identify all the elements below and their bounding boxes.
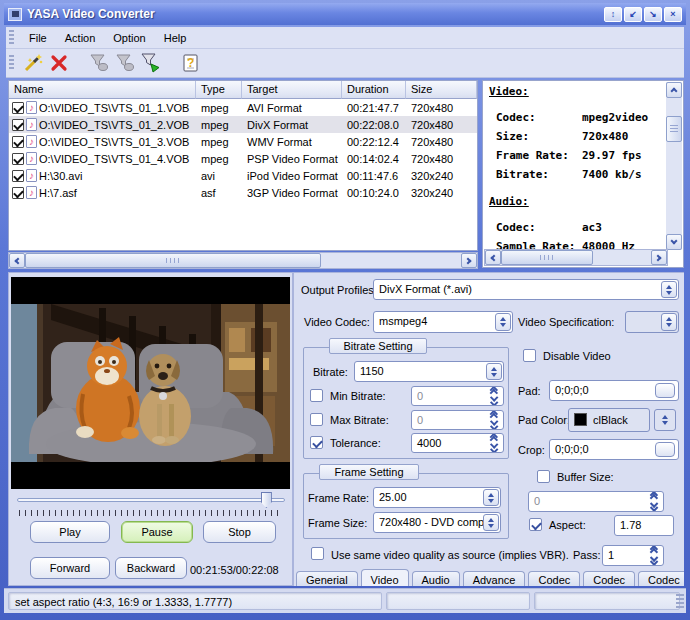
- frame-size-combobox[interactable]: 720x480 - DVD complia: [373, 512, 501, 533]
- convert-all-button[interactable]: [138, 51, 164, 75]
- spin-up-down-icon[interactable]: [487, 434, 501, 452]
- menubar-gripper[interactable]: [9, 30, 14, 46]
- tab-audio[interactable]: Audio: [412, 571, 460, 586]
- frame-rate-combobox[interactable]: 25.00: [373, 487, 501, 508]
- tab-codec-1[interactable]: Codec 1: [528, 571, 580, 586]
- spin-up-down-icon[interactable]: [487, 387, 501, 405]
- max-bitrate-spinfield[interactable]: 0: [411, 410, 504, 430]
- pad-color-combobox[interactable]: clBlack: [568, 408, 650, 432]
- table-row-selected[interactable]: ♪O:\VIDEO_TS\VTS_01_2.VOB mpeg DivX Form…: [9, 116, 477, 133]
- column-header-size[interactable]: Size: [406, 81, 477, 99]
- min-bitrate-checkbox[interactable]: [310, 389, 323, 402]
- row-checkbox-checked[interactable]: [12, 170, 24, 182]
- scroll-right-icon[interactable]: [651, 250, 667, 265]
- scrollbar-thumb[interactable]: [501, 250, 593, 265]
- app-icon[interactable]: [8, 8, 22, 21]
- play-button[interactable]: Play: [30, 521, 110, 543]
- spin-up-down-icon[interactable]: [647, 492, 661, 511]
- min-bitrate-spinfield[interactable]: 0: [411, 386, 504, 406]
- crop-edit-button[interactable]: [655, 442, 675, 457]
- pass-spinfield[interactable]: 1: [602, 545, 664, 566]
- backward-button[interactable]: Backward: [115, 557, 187, 579]
- column-header-target[interactable]: Target: [242, 81, 342, 99]
- dropdown-arrows-icon[interactable]: [483, 489, 499, 506]
- dropdown-arrows-icon[interactable]: [657, 411, 673, 429]
- help-button[interactable]: ?: [178, 51, 204, 75]
- remove-button[interactable]: [46, 51, 72, 75]
- pad-color-dropdown-button[interactable]: [654, 409, 676, 431]
- table-row[interactable]: ♪O:\VIDEO_TS\VTS_01_1.VOB mpeg AVI Forma…: [9, 99, 477, 116]
- table-row[interactable]: ♪O:\VIDEO_TS\VTS_01_3.VOB mpeg WMV Forma…: [9, 133, 477, 150]
- aspect-field[interactable]: 1.78: [614, 515, 674, 536]
- scroll-left-icon[interactable]: [485, 250, 501, 265]
- info-hscrollbar[interactable]: [484, 249, 668, 266]
- dropdown-arrows-icon[interactable]: [483, 514, 499, 531]
- scroll-right-icon[interactable]: [461, 253, 477, 268]
- menu-action[interactable]: Action: [56, 29, 105, 47]
- scroll-up-icon[interactable]: [666, 82, 682, 98]
- forward-button[interactable]: Forward: [30, 557, 110, 579]
- scroll-down-icon[interactable]: [666, 234, 682, 250]
- spin-up-down-icon[interactable]: [647, 546, 661, 565]
- video-spec-combobox[interactable]: [625, 311, 679, 333]
- dropdown-arrows-icon[interactable]: [495, 313, 511, 331]
- seek-slider-thumb[interactable]: [261, 492, 272, 508]
- dropdown-arrows-icon[interactable]: [661, 281, 677, 298]
- row-checkbox-checked[interactable]: [12, 153, 24, 165]
- scroll-left-icon[interactable]: [9, 253, 25, 268]
- convert-current-button[interactable]: [112, 51, 138, 75]
- close-button[interactable]: ×: [664, 7, 682, 22]
- pad-field[interactable]: 0;0;0;0: [549, 380, 679, 401]
- pause-button[interactable]: Pause: [121, 521, 193, 543]
- tab-codec-2[interactable]: Codec 2: [583, 571, 635, 586]
- menu-help[interactable]: Help: [155, 29, 196, 47]
- video-codec-combobox[interactable]: msmpeg4: [373, 311, 513, 333]
- seek-slider[interactable]: [17, 492, 285, 508]
- dropdown-arrows-icon[interactable]: [486, 363, 502, 380]
- tab-generial[interactable]: Generial: [296, 571, 358, 586]
- aspect-checkbox-checked[interactable]: [529, 518, 542, 531]
- column-header-duration[interactable]: Duration: [342, 81, 406, 99]
- row-checkbox-checked[interactable]: [12, 187, 24, 199]
- tab-video[interactable]: Video: [361, 569, 409, 586]
- column-header-name[interactable]: Name: [9, 81, 196, 99]
- toolbar-gripper[interactable]: [9, 55, 14, 71]
- add-files-button[interactable]: [20, 51, 46, 75]
- minimize-button[interactable]: ↙: [624, 7, 642, 22]
- output-profiles-combobox[interactable]: DivX Format (*.avi): [373, 279, 679, 300]
- buffer-size-spinfield[interactable]: 0: [528, 491, 664, 512]
- info-vscrollbar[interactable]: [666, 82, 682, 250]
- resize-grip[interactable]: [676, 594, 684, 608]
- row-checkbox-checked[interactable]: [12, 102, 24, 114]
- table-row[interactable]: ♪H:\7.asf asf 3GP Video Format 00:10:24.…: [9, 184, 477, 201]
- restore-button[interactable]: ↘: [644, 7, 662, 22]
- title-bar[interactable]: YASA Video Converter ↕ ↙ ↘ ×: [4, 3, 686, 25]
- scrollbar-thumb[interactable]: [25, 253, 321, 268]
- buffer-size-checkbox[interactable]: [537, 470, 550, 483]
- max-bitrate-checkbox[interactable]: [310, 413, 323, 426]
- bitrate-combobox[interactable]: 1150: [354, 361, 504, 382]
- stop-button[interactable]: Stop: [203, 521, 276, 543]
- disable-video-checkbox[interactable]: [523, 349, 536, 362]
- shade-button[interactable]: ↕: [604, 7, 622, 22]
- tolerance-checkbox-checked[interactable]: [310, 436, 323, 449]
- column-header-type[interactable]: Type: [196, 81, 242, 99]
- table-row[interactable]: ♪H:\30.avi avi iPod Video Format 00:11:4…: [9, 167, 477, 184]
- menu-option[interactable]: Option: [104, 29, 154, 47]
- tab-codec-3[interactable]: Codec 3: [638, 571, 684, 586]
- seek-slider-track[interactable]: [17, 498, 285, 502]
- pad-edit-button[interactable]: [655, 383, 675, 398]
- convert-selected-button[interactable]: [86, 51, 112, 75]
- crop-field[interactable]: 0;0;0;0: [549, 439, 679, 460]
- tolerance-spinfield[interactable]: 4000: [411, 433, 504, 453]
- row-checkbox-checked[interactable]: [12, 136, 24, 148]
- tab-advance-video[interactable]: Advance Video: [463, 571, 526, 586]
- spin-up-down-icon[interactable]: [487, 411, 501, 429]
- vbr-checkbox[interactable]: [311, 547, 324, 560]
- dropdown-arrows-icon[interactable]: [661, 313, 677, 331]
- file-list-hscrollbar[interactable]: [8, 252, 478, 269]
- table-row[interactable]: ♪O:\VIDEO_TS\VTS_01_4.VOB mpeg PSP Video…: [9, 150, 477, 167]
- scrollbar-thumb[interactable]: [666, 116, 682, 142]
- menu-file[interactable]: File: [20, 29, 56, 47]
- row-checkbox-checked[interactable]: [12, 119, 24, 131]
